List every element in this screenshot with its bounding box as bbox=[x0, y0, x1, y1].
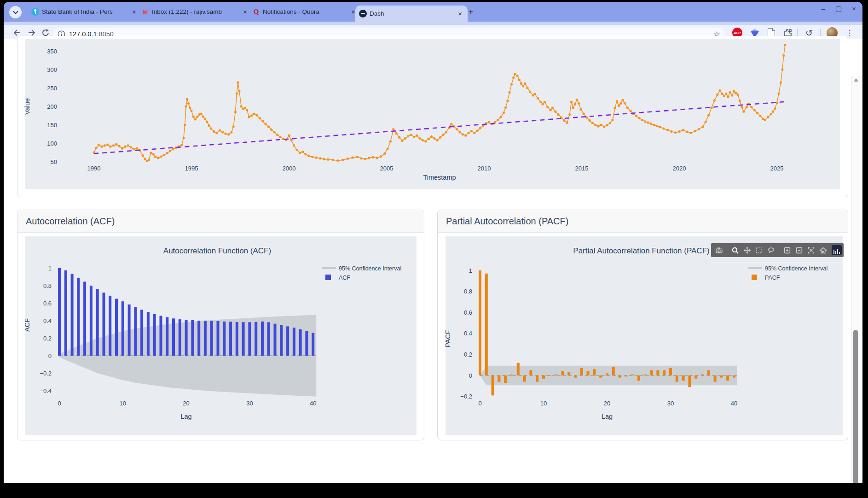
back-icon bbox=[13, 29, 21, 36]
acf-plot-area[interactable] bbox=[25, 236, 417, 435]
zoom-out-icon[interactable] bbox=[793, 244, 805, 256]
chevron-down-icon bbox=[13, 11, 18, 14]
pan-icon[interactable] bbox=[741, 244, 753, 256]
pacf-card-title: Partial Autocorrelation (PACF) bbox=[446, 216, 568, 227]
tab-separator bbox=[247, 8, 247, 16]
camera-icon[interactable] bbox=[713, 244, 725, 256]
sbi-icon bbox=[31, 8, 39, 16]
tab-sbi[interactable]: State Bank of India - Pers × bbox=[28, 2, 142, 22]
close-button[interactable]: × bbox=[852, 5, 856, 13]
tab-close-icon[interactable]: × bbox=[456, 10, 464, 18]
pacf-card-header: Partial Autocorrelation (PACF) bbox=[438, 210, 848, 233]
tab-close-icon[interactable]: × bbox=[241, 8, 249, 16]
dash-app-page: Autocorrelation (ACF) Partial Autocorrel… bbox=[4, 39, 862, 483]
gmail-icon: M bbox=[141, 8, 149, 16]
tab-separator bbox=[136, 8, 136, 16]
zoom-icon[interactable] bbox=[729, 244, 741, 256]
window-controls: – ▢ × bbox=[822, 5, 856, 13]
minimize-button[interactable]: – bbox=[822, 5, 825, 13]
tab-dash-active[interactable]: Dash × bbox=[355, 6, 468, 22]
tab-quora[interactable]: Q Notifications - Quora × bbox=[249, 2, 361, 22]
forward-icon bbox=[28, 29, 36, 36]
zoom-in-icon[interactable] bbox=[781, 244, 793, 256]
browser-window: State Bank of India - Pers × M Inbox (1,… bbox=[4, 2, 862, 483]
autoscale-icon[interactable] bbox=[805, 244, 817, 256]
tab-search-button[interactable] bbox=[9, 6, 22, 18]
scrollbar-thumb[interactable] bbox=[853, 330, 858, 483]
box-select-icon[interactable] bbox=[753, 244, 765, 256]
quora-icon: Q bbox=[252, 8, 260, 16]
lasso-select-icon[interactable] bbox=[765, 244, 777, 256]
tab-title: Inbox (1,222) - rajiv.samb bbox=[152, 8, 238, 15]
kebab-menu-icon: ⋮ bbox=[846, 28, 854, 38]
acf-card-title: Autocorrelation (ACF) bbox=[26, 216, 115, 227]
tab-title: Notifications - Quora bbox=[263, 8, 347, 15]
tab-title: State Bank of India - Pers bbox=[42, 8, 127, 15]
scrollbar[interactable] bbox=[851, 76, 860, 483]
plotly-logo-icon[interactable] bbox=[832, 245, 842, 255]
scrollbar-up-arrow[interactable] bbox=[854, 78, 858, 82]
timeseries-plot-area[interactable] bbox=[25, 39, 840, 189]
tab-title: Dash bbox=[370, 10, 453, 17]
dash-icon bbox=[359, 10, 367, 18]
reset-axes-icon[interactable] bbox=[817, 244, 829, 256]
plotly-modebar bbox=[711, 243, 844, 257]
tab-gmail[interactable]: M Inbox (1,222) - rajiv.samb × bbox=[138, 2, 253, 22]
tab-strip: State Bank of India - Pers × M Inbox (1,… bbox=[4, 2, 862, 22]
acf-card-header: Autocorrelation (ACF) bbox=[17, 210, 424, 233]
new-tab-button[interactable]: + bbox=[465, 6, 477, 18]
tab-close-icon[interactable]: × bbox=[130, 8, 138, 16]
maximize-button[interactable]: ▢ bbox=[835, 5, 842, 13]
pacf-plot-area[interactable] bbox=[446, 236, 843, 435]
